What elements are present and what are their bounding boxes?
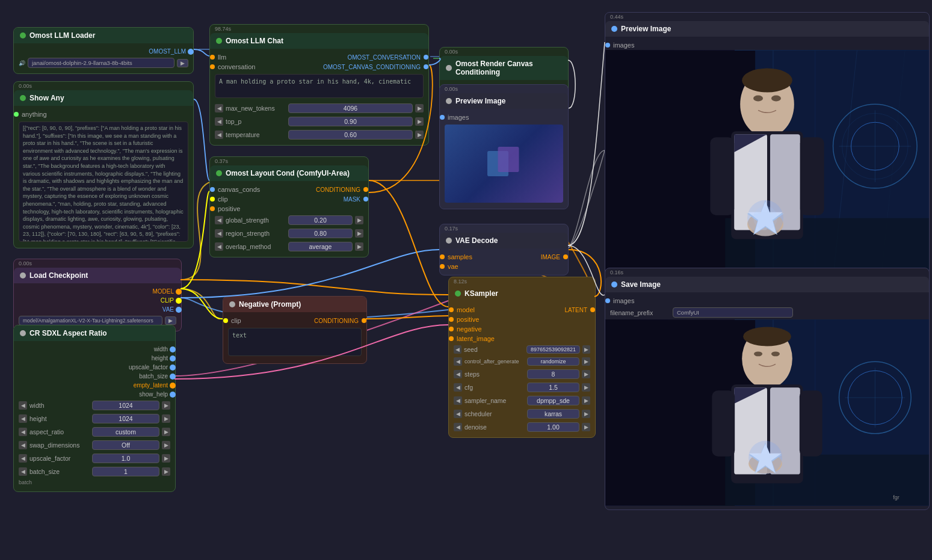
- output-port-height[interactable]: [170, 355, 176, 362]
- ctrl-dec[interactable]: ◀: [454, 357, 462, 366]
- upscale-factor-slider: ◀ upscale_factor 1.0 ▶: [14, 452, 175, 465]
- input-port-samples[interactable]: [440, 254, 445, 259]
- width-out: width: [14, 345, 175, 354]
- prompt-textarea[interactable]: A man holding a proto star in his hand, …: [215, 74, 424, 98]
- output-port-model[interactable]: [176, 289, 182, 295]
- control-after-row: ◀ control_after_generate randomize ▶: [449, 355, 595, 368]
- node-header-cr-sdxl: CR SDXL Aspect Ratio: [14, 325, 175, 341]
- aspect-dec[interactable]: ◀: [19, 428, 27, 436]
- swap-dec[interactable]: ◀: [19, 441, 27, 449]
- overlap-dec[interactable]: ◀: [215, 242, 223, 251]
- input-port-llm[interactable]: [210, 55, 215, 60]
- model-path-row: 🔊 ▶: [14, 56, 193, 70]
- swap-inc[interactable]: ▶: [162, 441, 170, 449]
- output-port-vae[interactable]: [176, 307, 182, 313]
- width-dec[interactable]: ◀: [19, 401, 27, 410]
- input-port-conversation[interactable]: [210, 64, 215, 69]
- scheduler-dec[interactable]: ◀: [454, 410, 462, 418]
- node-title: CR SDXL Aspect Ratio: [29, 329, 107, 337]
- sampler-name-row: ◀ sampler_name dpmpp_sde ▶: [449, 394, 595, 407]
- global-str-dec[interactable]: ◀: [215, 216, 223, 224]
- output-port-upscale[interactable]: [170, 365, 176, 371]
- steps-dec[interactable]: ◀: [454, 370, 462, 378]
- upscale-inc[interactable]: ▶: [162, 454, 170, 463]
- denoise-dec[interactable]: ◀: [454, 423, 462, 431]
- model-refresh-btn[interactable]: ▶: [177, 59, 188, 67]
- filename-prefix-input[interactable]: [673, 307, 793, 318]
- input-port-clip[interactable]: [210, 197, 215, 202]
- output-port-conditioning-neg[interactable]: [362, 318, 366, 323]
- output-port-show-help[interactable]: [170, 392, 176, 398]
- input-port-latent-image[interactable]: [449, 336, 454, 341]
- input-port-positive[interactable]: [210, 206, 215, 211]
- width-inc[interactable]: ▶: [162, 401, 170, 410]
- input-port-anything[interactable]: [14, 112, 19, 117]
- batch-size-out: batch_size: [14, 372, 175, 381]
- global-str-inc[interactable]: ▶: [355, 216, 363, 224]
- positive-port-ks: positive: [449, 315, 595, 324]
- ctrl-inc[interactable]: ▶: [582, 357, 590, 366]
- checkpoint-refresh-btn[interactable]: ▶: [165, 316, 176, 325]
- node-title: Omost LLM Chat: [226, 37, 283, 45]
- sampler-inc[interactable]: ▶: [582, 396, 590, 405]
- max-tokens-dec[interactable]: ◀: [215, 104, 223, 112]
- temperature-inc[interactable]: ▶: [415, 131, 424, 139]
- upscale-dec[interactable]: ◀: [19, 454, 27, 463]
- output-port-batch-size[interactable]: [170, 374, 176, 380]
- top-p-inc[interactable]: ▶: [415, 117, 424, 126]
- model-path-input[interactable]: [28, 58, 174, 68]
- output-port-clip[interactable]: [176, 298, 182, 304]
- timing-save-image: 0.16s: [605, 268, 929, 277]
- batch-dec[interactable]: ◀: [19, 467, 27, 476]
- input-port-canvas-conds[interactable]: [210, 187, 215, 192]
- input-port-vae[interactable]: [440, 264, 445, 269]
- seed-dec[interactable]: ◀: [454, 345, 461, 354]
- seed-inc[interactable]: ▶: [582, 345, 590, 354]
- width-slider: ◀ width 1024 ▶: [14, 399, 175, 412]
- status-dot: [455, 291, 461, 297]
- steps-inc[interactable]: ▶: [582, 370, 590, 378]
- region-str-inc[interactable]: ▶: [355, 229, 363, 238]
- top-p-dec[interactable]: ◀: [215, 117, 223, 126]
- output-port-empty-latent[interactable]: [170, 383, 176, 389]
- output-port-image-vae[interactable]: [563, 254, 568, 259]
- node-body-save-image: images filename_prefix: [605, 292, 929, 509]
- output-port-conditioning[interactable]: [363, 187, 368, 192]
- cfg-dec[interactable]: ◀: [454, 383, 462, 392]
- input-port-images-pi[interactable]: [605, 43, 610, 48]
- negative-prompt-textarea[interactable]: text: [228, 328, 362, 356]
- output-port-mask[interactable]: [363, 197, 368, 202]
- node-body-show-any: anything [{"rect": [0, 90, 0, 90], "pref…: [14, 106, 193, 248]
- denoise-inc[interactable]: ▶: [582, 423, 590, 431]
- output-port-conversation[interactable]: [424, 55, 428, 60]
- latent-image-port-ks: latent_image: [449, 334, 595, 343]
- checkpoint-path-input[interactable]: [19, 316, 162, 325]
- svg-point-20: [753, 206, 777, 230]
- height-inc[interactable]: ▶: [162, 414, 170, 423]
- input-port-clip-neg[interactable]: [223, 318, 228, 323]
- output-port-latent[interactable]: [590, 307, 595, 312]
- output-port-omost-llm[interactable]: [188, 49, 194, 55]
- sampler-dec[interactable]: ◀: [454, 396, 462, 405]
- batch-inc[interactable]: ▶: [162, 467, 170, 476]
- input-port-images-ps[interactable]: [440, 115, 445, 120]
- height-dec[interactable]: ◀: [19, 414, 27, 423]
- cfg-inc[interactable]: ▶: [582, 383, 590, 392]
- scheduler-inc[interactable]: ▶: [582, 410, 590, 418]
- status-dot: [216, 38, 222, 44]
- node-negative-prompt: Negative (Prompt) clip CONDITIONING text: [223, 296, 367, 364]
- output-port-width[interactable]: [170, 346, 176, 352]
- input-port-negative-ks[interactable]: [449, 327, 454, 331]
- aspect-inc[interactable]: ▶: [162, 428, 170, 436]
- temperature-dec[interactable]: ◀: [215, 131, 223, 139]
- max-tokens-inc[interactable]: ▶: [415, 104, 424, 112]
- node-title: KSampler: [464, 289, 498, 298]
- input-port-images-si[interactable]: [605, 298, 610, 303]
- region-str-dec[interactable]: ◀: [215, 229, 223, 238]
- input-port-model-ks[interactable]: [449, 307, 454, 312]
- overlap-inc[interactable]: ▶: [355, 242, 363, 251]
- input-port-positive-ks[interactable]: [449, 317, 454, 322]
- node-show-any: 0.00s Show Any anything [{"rect": [0, 90…: [13, 81, 194, 248]
- output-port-canvas-cond[interactable]: [424, 64, 428, 69]
- images-port-ps: images: [440, 112, 568, 122]
